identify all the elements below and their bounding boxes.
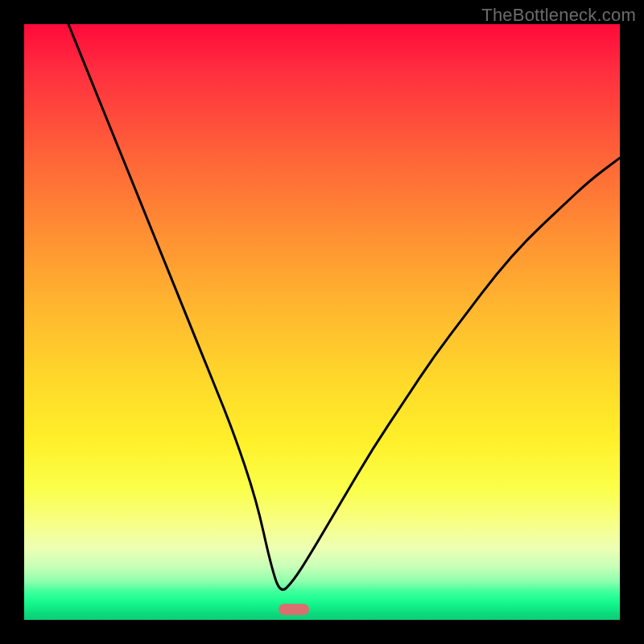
watermark-text: TheBottleneck.com (481, 5, 636, 26)
plot-area (24, 24, 620, 620)
optimal-marker (279, 604, 309, 615)
bottleneck-curve (24, 24, 620, 620)
chart-frame: TheBottleneck.com (0, 0, 644, 644)
